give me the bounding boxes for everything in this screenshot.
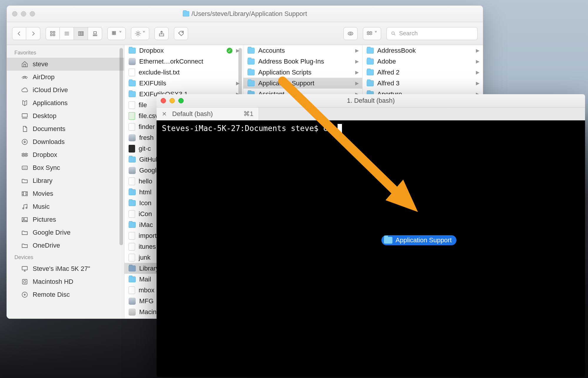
folder-icon (21, 177, 29, 185)
folder-icon (21, 242, 29, 249)
chevron-right-icon: ▶ (236, 80, 240, 86)
folder-icon (183, 11, 189, 16)
svg-point-19 (182, 32, 183, 33)
zoom-button[interactable] (30, 11, 35, 16)
list-item[interactable]: Application Support▶ (243, 78, 362, 89)
file-icon (129, 101, 135, 109)
sidebar-item-label: Macintosh HD (33, 278, 73, 286)
item-label: exclude-list.txt (139, 69, 240, 76)
minimize-button[interactable] (21, 11, 26, 16)
svg-rect-25 (22, 114, 27, 117)
list-item[interactable]: Adobe▶ (363, 56, 483, 67)
dropbox-button[interactable]: ˅ (363, 27, 381, 40)
finder-sidebar[interactable]: Favorites steveAirDropiCloud DriveApplic… (7, 45, 124, 319)
chevron-right-icon: ▶ (476, 69, 479, 75)
svg-rect-0 (51, 31, 52, 33)
folder-icon (248, 80, 255, 86)
sidebar-item-music[interactable]: Music (7, 200, 124, 213)
list-item[interactable]: Alfred 2▶ (363, 67, 483, 78)
sidebar-item-pictures[interactable]: Pictures (7, 213, 124, 226)
list-item[interactable]: Accounts▶ (243, 45, 362, 56)
sidebar-item-box-sync[interactable]: boxBox Sync (7, 161, 124, 174)
close-button[interactable] (12, 11, 17, 16)
sidebar-item-label: Downloads (33, 138, 65, 146)
sidebar-item-documents[interactable]: Documents (7, 122, 124, 135)
sidebar-item-downloads[interactable]: Downloads (7, 135, 124, 148)
list-item[interactable]: EXIFUtils▶ (124, 78, 243, 89)
sidebar-item-label: Applications (33, 99, 68, 107)
sidebar-item-macintosh-hd[interactable]: Macintosh HD (7, 275, 124, 288)
dropbox-toolbar: ˅ (363, 27, 381, 40)
sidebar-scrollbar[interactable] (119, 48, 123, 245)
list-item[interactable]: Alfred 3▶ (363, 78, 483, 89)
search-field[interactable]: Search (386, 27, 478, 40)
item-label: Dropbox (139, 47, 223, 54)
tags-button[interactable] (174, 27, 188, 40)
back-button[interactable] (12, 27, 26, 40)
app-icon (129, 167, 136, 174)
terminal-titlebar[interactable]: 1. Default (bash) (157, 94, 585, 107)
folder-icon (129, 91, 136, 97)
tab-shortcut: ⌘1 (243, 110, 253, 118)
list-item[interactable]: AddressBook▶ (363, 45, 483, 56)
sidebar-item-icloud-drive[interactable]: iCloud Drive (7, 84, 124, 97)
tab-close-icon[interactable]: ✕ (162, 110, 167, 117)
folder-icon (367, 59, 374, 64)
sidebar-item-steve[interactable]: steve (7, 58, 124, 71)
arrange-button[interactable]: ˅ (107, 27, 126, 40)
sidebar-item-movies[interactable]: Movies (7, 187, 124, 200)
svg-point-17 (137, 32, 139, 34)
quicklook-button[interactable] (343, 27, 358, 40)
svg-line-23 (394, 34, 395, 35)
svg-rect-2 (51, 34, 52, 36)
sidebar-item-label: Google Drive (33, 229, 70, 236)
sidebar-item-label: Steve's iMac 5K 27" (33, 265, 90, 273)
folder-icon (367, 80, 374, 86)
action-button[interactable]: ˅ (131, 27, 149, 40)
sidebar-item-steve-s-imac-5k-27-[interactable]: Steve's iMac 5K 27" (7, 262, 124, 275)
folder-icon (384, 237, 393, 244)
sidebar-item-airdrop[interactable]: AirDrop (7, 71, 124, 84)
svg-point-45 (24, 294, 25, 295)
forward-button[interactable] (26, 27, 40, 40)
dragged-folder-chip[interactable]: Application Support (381, 235, 456, 245)
list-item[interactable]: exclude-list.txt (124, 67, 243, 78)
tab-label: Default (bash) (172, 110, 213, 118)
sidebar-item-desktop[interactable]: Desktop (7, 110, 124, 122)
apps-icon (21, 99, 29, 107)
finder-titlebar[interactable]: /Users/steve/Library/Application Support (7, 6, 483, 22)
cloud-icon (21, 86, 29, 94)
folder-icon (129, 200, 136, 206)
list-item[interactable]: Ethernet…orkConnect (124, 56, 243, 67)
icon-view-button[interactable] (46, 27, 60, 40)
disc-icon (21, 291, 29, 299)
terminal-tab[interactable]: ✕ Default (bash) ⌘1 (157, 107, 259, 120)
sidebar-item-onedrive[interactable]: OneDrive (7, 239, 124, 252)
sidebar-item-remote-disc[interactable]: Remote Disc (7, 288, 124, 301)
sidebar-item-google-drive[interactable]: Google Drive (7, 226, 124, 239)
svg-rect-7 (78, 31, 80, 35)
file-icon (129, 254, 135, 261)
terminal-cursor (338, 124, 342, 133)
list-item[interactable]: Address Book Plug-Ins▶ (243, 56, 362, 67)
folder-icon (129, 157, 136, 163)
terminal-body[interactable]: Steves-iMac-5K-27:Documents steve$ cd Ap… (157, 120, 585, 377)
folder-icon (129, 80, 136, 86)
list-item[interactable]: Dropbox✓▶ (124, 45, 243, 56)
minimize-button[interactable] (170, 98, 175, 103)
sidebar-item-applications[interactable]: Applications (7, 97, 124, 110)
list-view-button[interactable] (60, 27, 74, 40)
svg-rect-41 (22, 266, 27, 270)
movie-icon (21, 190, 29, 198)
sidebar-item-library[interactable]: Library (7, 174, 124, 187)
close-button[interactable] (161, 98, 166, 103)
list-item[interactable]: Application Scripts▶ (243, 67, 362, 78)
file-icon (129, 210, 135, 218)
coverflow-view-button[interactable] (88, 27, 102, 40)
nav-buttons (12, 27, 40, 40)
hdd-icon (21, 278, 29, 286)
sidebar-item-dropbox[interactable]: Dropbox (7, 148, 124, 161)
share-button[interactable] (155, 27, 169, 40)
column-view-button[interactable] (74, 27, 88, 40)
zoom-button[interactable] (178, 98, 184, 103)
